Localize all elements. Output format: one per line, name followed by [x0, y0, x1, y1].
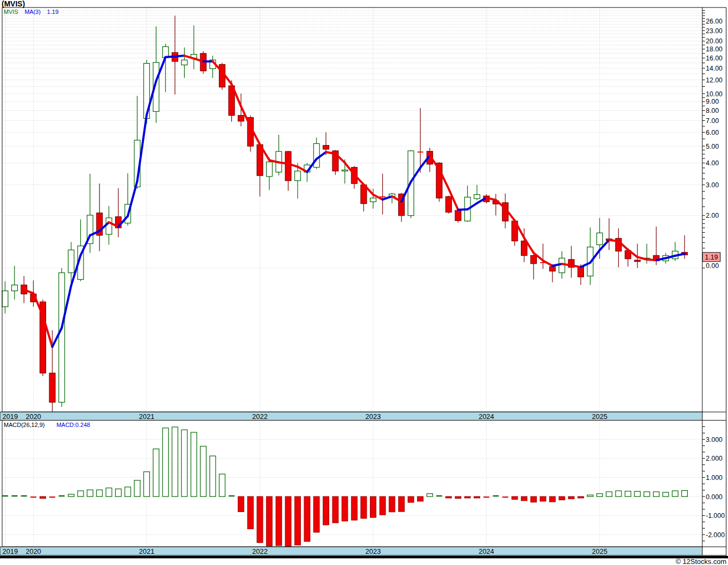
- macd-bar: [200, 446, 206, 497]
- macd-bar: [606, 492, 612, 497]
- svg-text:2.00: 2.00: [706, 212, 719, 219]
- stock-chart-page: 2019201920202020202120212022202220232023…: [0, 0, 728, 565]
- macd-bar: [153, 449, 159, 497]
- svg-text:2022: 2022: [252, 547, 268, 555]
- candle-body: [342, 170, 348, 171]
- macd-bar: [540, 497, 546, 501]
- macd-bar: [530, 497, 536, 502]
- macd-bar: [323, 497, 329, 525]
- macd-bar: [455, 497, 461, 499]
- candle-body: [550, 266, 556, 271]
- candle-body: [295, 171, 301, 181]
- macd-bar: [163, 428, 169, 497]
- macd-bar: [436, 495, 442, 497]
- ma-segment: [562, 264, 572, 265]
- macd-bar: [210, 456, 216, 497]
- candle-body: [49, 373, 55, 402]
- macd-bar: [106, 488, 112, 497]
- macd-bar: [247, 497, 253, 529]
- macd-bar: [87, 490, 93, 497]
- macd-bar: [49, 497, 55, 498]
- macd-bar: [644, 492, 650, 497]
- macd-bar: [31, 497, 36, 498]
- macd-bar: [483, 497, 489, 498]
- macd-bar: [2, 495, 8, 497]
- macd-bar: [597, 494, 603, 497]
- svg-text:5.00: 5.00: [706, 143, 719, 150]
- macd-bar: [653, 492, 659, 497]
- macd-bar: [267, 497, 272, 546]
- ma-segment: [543, 261, 552, 266]
- macd-bar: [68, 494, 74, 497]
- macd-legend: MACD(26,12,9)MACD:0.248: [4, 422, 90, 428]
- candle-doji: [380, 196, 385, 197]
- candle-body: [530, 256, 536, 264]
- svg-text:4.00: 4.00: [706, 159, 719, 167]
- svg-text:10.00: 10.00: [706, 90, 723, 98]
- ma-segment: [647, 259, 656, 260]
- macd-bar: [380, 497, 385, 515]
- legend-symbol: MVIS: [4, 9, 18, 15]
- ma-segment: [458, 209, 468, 210]
- macd-bar: [12, 495, 18, 497]
- macd-bar: [616, 491, 621, 497]
- macd-bar: [342, 497, 348, 521]
- macd-bar: [314, 497, 320, 532]
- candle-body: [521, 241, 527, 255]
- macd-bar: [219, 474, 225, 497]
- svg-text:2019: 2019: [3, 413, 18, 421]
- macd-bar: [389, 497, 395, 512]
- svg-text:2022: 2022: [252, 413, 268, 421]
- macd-bar: [559, 497, 565, 500]
- macd-bar: [418, 497, 423, 501]
- macd-bar: [238, 497, 244, 511]
- chart-title: (MVIS): [2, 0, 25, 8]
- svg-text:8.00: 8.00: [706, 107, 719, 114]
- macd-bar: [672, 491, 678, 497]
- svg-text:7.00: 7.00: [706, 117, 719, 125]
- bottom-bar: [0, 556, 728, 559]
- candle-doji: [418, 151, 423, 152]
- macd-bar: [229, 495, 234, 497]
- macd-bar: [446, 497, 452, 498]
- macd-bar: [493, 495, 499, 497]
- macd-bar: [663, 492, 669, 497]
- macd-bar: [351, 497, 357, 520]
- legend-ma-value: 1.19: [47, 9, 58, 15]
- svg-text:-1.000: -1.000: [706, 512, 725, 520]
- macd-axis: 3.0002.0001.0000.000-1.000-2.000: [702, 426, 725, 541]
- watermark: © 12Stocks.com: [676, 558, 726, 565]
- ma-segment: [128, 181, 138, 216]
- candlesticks: [2, 16, 687, 411]
- candle-body: [455, 210, 461, 220]
- macd-bar: [587, 495, 593, 497]
- macd-bar: [408, 497, 414, 502]
- svg-text:12.00: 12.00: [706, 77, 723, 84]
- candle-body: [285, 151, 291, 181]
- candle-body: [106, 218, 112, 234]
- macd-bar: [59, 495, 65, 497]
- macd-bar: [568, 497, 574, 499]
- candle-body: [474, 195, 480, 199]
- macd-bar: [276, 497, 282, 546]
- macd-bar: [143, 472, 149, 497]
- candle-body: [59, 273, 65, 402]
- candle-body: [12, 285, 18, 291]
- ma-segment: [175, 56, 185, 56]
- svg-text:2.000: 2.000: [706, 455, 723, 462]
- macd-bar: [550, 497, 556, 502]
- svg-text:2024: 2024: [479, 413, 494, 421]
- candle-body: [634, 260, 640, 262]
- macd-bar: [681, 491, 687, 497]
- svg-text:23.00: 23.00: [706, 27, 723, 35]
- svg-text:2021: 2021: [139, 547, 154, 555]
- ma-segment: [81, 235, 90, 255]
- candle-body: [597, 233, 603, 245]
- svg-text:20.00: 20.00: [706, 37, 723, 45]
- candle-body: [238, 116, 244, 121]
- svg-text:3.00: 3.00: [706, 181, 719, 189]
- macd-bar: [502, 497, 508, 498]
- svg-text:2023: 2023: [366, 547, 381, 555]
- svg-text:9.00: 9.00: [706, 98, 719, 105]
- macd-bar: [125, 487, 131, 497]
